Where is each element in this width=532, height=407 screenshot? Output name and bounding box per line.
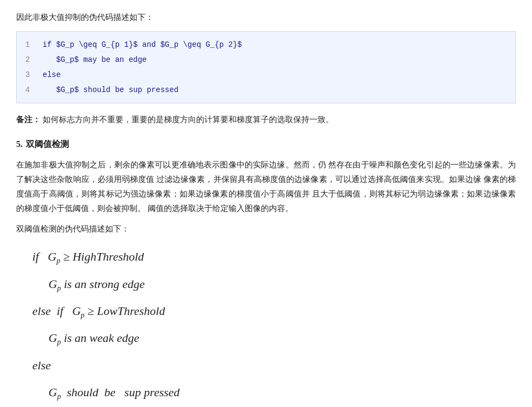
code-line-4: 4 $G_p$ should be sup pressed	[25, 82, 507, 97]
math-suppressed: Gp should be sup pressed	[49, 381, 516, 404]
math-else: else	[32, 354, 516, 377]
code-content-2: $G_p$ may be an edge	[43, 52, 147, 67]
code-line-1: 1 if $G_p \geq G_{p 1}$ and $G_p \geq G_…	[25, 37, 507, 52]
code-line-3: 3 else	[25, 67, 507, 82]
note-text: 如何标志方向并不重要，重要的是梯度方向的计算要和梯度算子的选取保持一致。	[43, 115, 334, 124]
section5-heading: 5. 双阈值检测	[16, 137, 516, 151]
intro-text: 因此非极大值抑制的伪代码描述如下：	[16, 11, 516, 25]
math-strong-edge: Gp is an strong edge	[49, 272, 516, 296]
pseudocode-intro: 双阈值检测的伪代码描述如下：	[16, 222, 516, 236]
code-block: 1 if $G_p \geq G_{p 1}$ and $G_p \geq G_…	[16, 31, 516, 103]
section5-title: 双阈值检测	[26, 139, 69, 149]
note-label: 备注：	[16, 115, 40, 124]
code-content-3: else	[43, 67, 61, 82]
math-else-if-low: else if Gp ≥ LowThreshold	[32, 299, 516, 323]
section5-number: 5.	[16, 139, 23, 149]
note-block: 备注： 如何标志方向并不重要，重要的是梯度方向的计算要和梯度算子的选取保持一致。	[16, 113, 516, 127]
code-content-1: if $G_p \geq G_{p 1}$ and $G_p \geq G_{p…	[43, 37, 242, 52]
line-num-3: 3	[25, 67, 34, 82]
body-paragraph-1: 在施加非极大值抑制之后，剩余的像素可以更准确地表示图像中的实际边缘。然而，仍 然…	[16, 158, 516, 215]
code-content-4: $G_p$ should be sup pressed	[43, 82, 178, 97]
code-line-2: 2 $G_p$ may be an edge	[25, 52, 507, 67]
line-num-4: 4	[25, 82, 34, 97]
math-if-high: if Gp ≥ HighThreshold	[32, 245, 516, 269]
line-num-2: 2	[25, 52, 34, 67]
math-weak-edge: Gp is an weak edge	[49, 326, 516, 350]
line-num-1: 1	[25, 37, 34, 52]
